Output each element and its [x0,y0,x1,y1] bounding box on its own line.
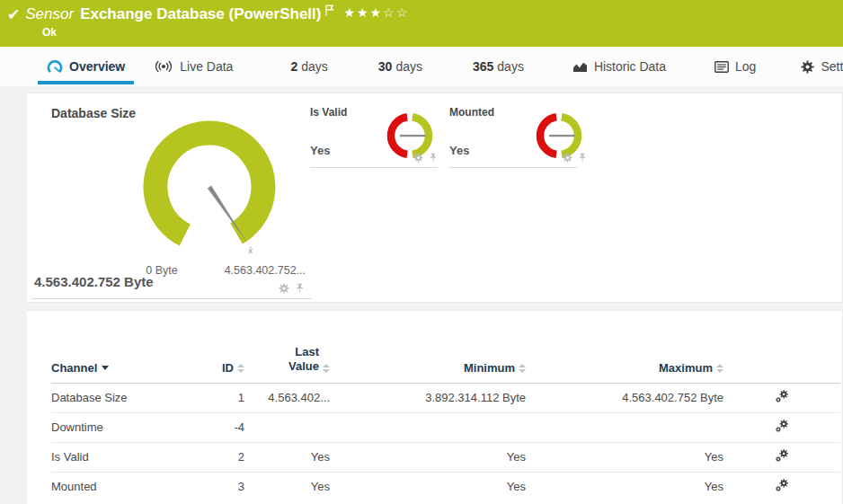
historic-data-icon [572,61,588,73]
gauge-toolbar [563,153,587,163]
table-row-mounted[interactable]: Mounted 3 Yes Yes Yes [51,472,840,501]
column-header-maximum[interactable]: Maximum [526,345,723,383]
cell-maximum: Yes [526,442,723,472]
tab-bar: Overview Live Data 2days 30days 365days … [0,47,843,86]
divider [310,167,438,168]
tab-label: Log [735,59,756,74]
divider [31,298,312,299]
check-icon: ✔ [7,5,20,23]
tab-overview[interactable]: Overview [36,47,136,86]
tab-unit: days [497,59,524,74]
gear-icon[interactable] [563,153,572,163]
gauge-title-database-size: Database Size [51,106,136,120]
tab-30-days[interactable]: 30days [368,47,433,86]
cell-minimum: 3.892.314.112 Byte [330,383,526,412]
cell-id: 2 [195,442,244,472]
tab-number: 365 [473,59,493,74]
prtg-sensor-page: ✔ Sensor Exchange Database (PowerShell) … [0,0,843,504]
table-row-is-valid[interactable]: Is Valid 2 Yes Yes Yes [51,442,840,472]
tab-unit: days [301,59,328,74]
status-badge: Ok [0,26,843,39]
channel-settings-gears-icon[interactable] [775,478,789,492]
cell-last-value: Yes [244,472,330,501]
cell-channel: Is Valid [51,442,195,472]
cell-minimum: Yes [330,442,526,472]
sensor-header: ✔ Sensor Exchange Database (PowerShell) … [0,0,843,47]
sort-icon [519,364,526,373]
gear-icon[interactable] [279,283,289,294]
divider [449,167,577,168]
tab-unit: days [395,59,422,74]
object-kind-label: Sensor [25,5,74,23]
gauges-panel: Database Size x̄ 0 Byte 4.563.402.752...… [27,93,843,303]
table-header-row: Channel ID Last Value Minimum Maximum [51,345,840,383]
gauge-value: Yes [310,144,330,157]
gauge-value: Yes [449,144,469,157]
tab-label: Overview [69,59,125,74]
column-header-last-value[interactable]: Last Value [244,345,330,383]
table-row-database-size[interactable]: Database Size 1 4.563.402... 3.892.314.1… [51,383,840,412]
tab-settings[interactable]: Settings [790,47,843,86]
gauge-value: 4.563.402.752 Byte [34,274,154,289]
channels-panel: Channel ID Last Value Minimum Maximum Da… [27,310,843,504]
pin-icon[interactable] [295,283,305,293]
gauge-toolbar [279,283,305,294]
channel-settings-gears-icon[interactable] [775,419,789,433]
channels-table: Channel ID Last Value Minimum Maximum Da… [51,345,840,501]
log-icon [714,61,729,73]
channel-settings-gears-icon[interactable] [775,389,789,403]
tab-365-days[interactable]: 365days [462,47,535,86]
sort-desc-icon [102,366,109,370]
cell-channel: Database Size [51,383,195,412]
column-label: Last Value [278,345,319,375]
channel-settings-gears-icon[interactable] [775,448,789,463]
gear-icon [801,60,814,74]
gauge-max-label: 4.563.402.752... [207,264,306,277]
column-label: ID [222,361,234,375]
pin-icon[interactable] [429,153,438,162]
column-label: Maximum [659,361,713,375]
sort-icon [237,364,244,373]
cell-minimum: Yes [330,472,526,501]
cell-maximum: Yes [526,472,723,501]
gauge-title-is-valid: Is Valid [310,106,347,119]
cell-channel: Mounted [51,472,195,501]
column-header-id[interactable]: ID [195,345,244,383]
gauge-toolbar [413,153,438,163]
column-header-channel[interactable]: Channel [51,345,195,383]
cell-last-value: Yes [244,442,330,472]
priority-flag-icon [324,4,334,20]
tab-2-days[interactable]: 2days [280,47,338,86]
average-marker: x̄ [248,246,253,255]
tab-live-data[interactable]: Live Data [143,47,244,86]
gauge-icon [47,60,63,74]
sort-icon [323,364,330,373]
column-label: Channel [51,361,97,375]
gear-icon[interactable] [413,153,423,163]
cell-minimum [330,412,526,442]
tab-historic-data[interactable]: Historic Data [562,47,677,86]
cell-id: 1 [195,383,244,412]
priority-stars[interactable]: ★★★☆☆ [343,5,409,20]
cell-last-value: 4.563.402... [244,383,330,412]
tab-number: 30 [378,59,393,74]
sort-icon [716,364,723,373]
cell-id: 3 [195,472,244,501]
cell-maximum: 4.563.402.752 Byte [526,383,723,412]
live-data-icon [154,60,173,73]
tab-label: Live Data [180,59,233,74]
database-size-gauge: x̄ [133,113,286,264]
sensor-title: Exchange Database (PowerShell) [80,5,321,23]
cell-channel: Downtime [51,412,195,442]
tab-label: Historic Data [594,59,666,74]
column-label: Minimum [464,361,515,375]
cell-maximum [526,412,723,442]
pin-icon[interactable] [578,153,587,162]
tab-label: Settings [821,59,843,74]
column-header-settings [723,345,840,383]
tab-log[interactable]: Log [704,47,767,86]
gauge-title-mounted: Mounted [449,106,494,119]
table-row-downtime[interactable]: Downtime -4 [51,412,840,442]
tab-number: 2 [290,59,297,74]
column-header-minimum[interactable]: Minimum [330,345,526,383]
